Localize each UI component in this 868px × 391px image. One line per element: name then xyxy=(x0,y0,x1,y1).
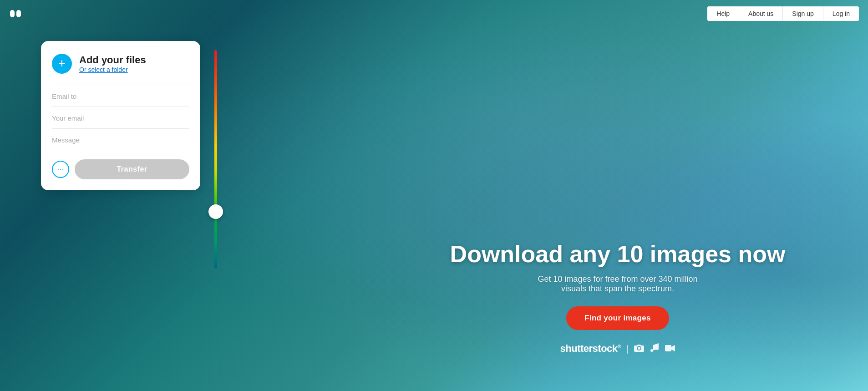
options-dots-icon: ··· xyxy=(57,165,64,174)
add-files-label: Add your files xyxy=(79,54,146,66)
login-link[interactable]: Log in xyxy=(823,6,859,21)
logo-icon xyxy=(9,7,29,20)
video-icon xyxy=(665,344,675,354)
ad-subtext: Get 10 images for free from over 340 mil… xyxy=(538,274,697,294)
add-files-row: + Add your files Or select a folder xyxy=(52,54,189,74)
message-field[interactable] xyxy=(52,129,189,150)
shutterstock-logo: shutterstock® xyxy=(560,343,621,355)
slider-thumb[interactable] xyxy=(208,204,223,219)
signup-link[interactable]: Sign up xyxy=(782,6,822,21)
find-images-button[interactable]: Find your images xyxy=(566,306,669,330)
about-link[interactable]: About us xyxy=(739,6,782,21)
add-files-text: Add your files Or select a folder xyxy=(79,54,146,73)
select-folder-link[interactable]: Or select a folder xyxy=(79,66,146,73)
upload-card: + Add your files Or select a folder ··· … xyxy=(41,41,200,190)
ad-headline: Download any 10 images now xyxy=(450,241,786,267)
nav-links: Help About us Sign up Log in xyxy=(707,6,859,21)
color-slider xyxy=(212,50,220,269)
logo xyxy=(9,7,29,20)
your-email-field[interactable] xyxy=(52,107,189,129)
camera-icon xyxy=(634,344,644,354)
plus-icon: + xyxy=(58,57,66,70)
svg-rect-0 xyxy=(10,10,15,17)
navbar: Help About us Sign up Log in xyxy=(0,0,868,27)
svg-rect-2 xyxy=(665,345,671,351)
card-footer: ··· Transfer xyxy=(52,159,189,179)
help-link[interactable]: Help xyxy=(707,6,739,21)
add-files-button[interactable]: + xyxy=(52,54,72,74)
shutterstock-divider: | xyxy=(626,344,629,354)
slider-track[interactable] xyxy=(214,50,217,269)
shutterstock-icons xyxy=(634,343,675,355)
transfer-button[interactable]: Transfer xyxy=(75,159,189,179)
music-icon xyxy=(650,343,659,355)
email-to-field[interactable] xyxy=(52,85,189,107)
svg-rect-1 xyxy=(16,10,21,17)
shutterstock-footer: shutterstock® | xyxy=(560,343,675,355)
options-button[interactable]: ··· xyxy=(52,161,69,178)
ad-panel: Download any 10 images now Get 10 images… xyxy=(367,0,868,391)
